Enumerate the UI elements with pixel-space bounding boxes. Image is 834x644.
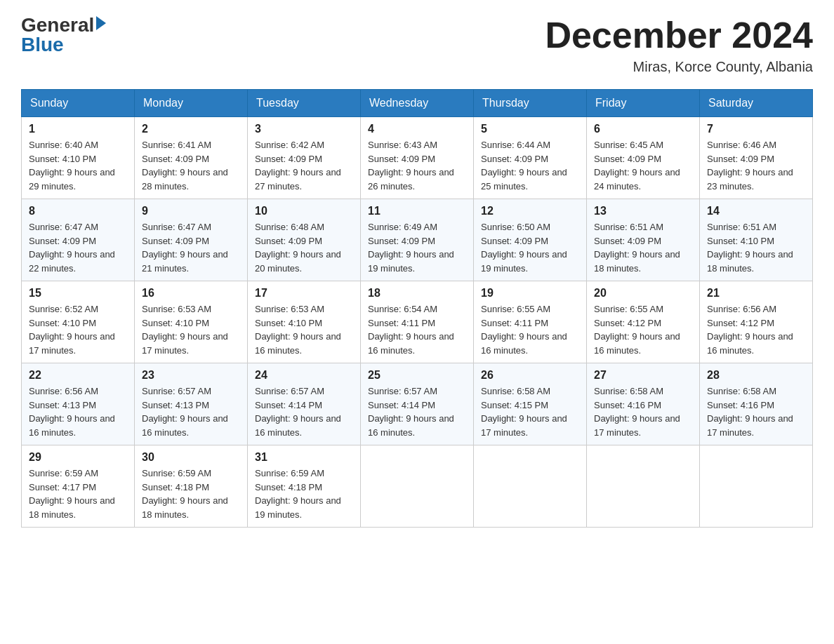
day-number: 31 (255, 451, 353, 464)
day-info: Sunrise: 6:42 AMSunset: 4:09 PMDaylight:… (255, 138, 353, 193)
day-info: Sunrise: 6:53 AMSunset: 4:10 PMDaylight:… (142, 302, 240, 357)
day-number: 24 (255, 369, 353, 382)
table-row: 12Sunrise: 6:50 AMSunset: 4:09 PMDayligh… (474, 199, 587, 281)
page-header: General Blue December 2024 Miras, Korce … (21, 14, 813, 75)
day-info: Sunrise: 6:44 AMSunset: 4:09 PMDaylight:… (481, 138, 579, 193)
table-row: 7Sunrise: 6:46 AMSunset: 4:09 PMDaylight… (700, 117, 813, 199)
table-row: 19Sunrise: 6:55 AMSunset: 4:11 PMDayligh… (474, 281, 587, 363)
col-header-sunday: Sunday (22, 90, 135, 117)
calendar-week-4: 22Sunrise: 6:56 AMSunset: 4:13 PMDayligh… (22, 363, 813, 445)
table-row: 13Sunrise: 6:51 AMSunset: 4:09 PMDayligh… (587, 199, 700, 281)
table-row: 25Sunrise: 6:57 AMSunset: 4:14 PMDayligh… (361, 363, 474, 445)
table-row: 3Sunrise: 6:42 AMSunset: 4:09 PMDaylight… (248, 117, 361, 199)
calendar-week-2: 8Sunrise: 6:47 AMSunset: 4:09 PMDaylight… (22, 199, 813, 281)
table-row: 5Sunrise: 6:44 AMSunset: 4:09 PMDaylight… (474, 117, 587, 199)
table-row: 8Sunrise: 6:47 AMSunset: 4:09 PMDaylight… (22, 199, 135, 281)
day-number: 22 (29, 369, 127, 382)
day-info: Sunrise: 6:50 AMSunset: 4:09 PMDaylight:… (481, 220, 579, 275)
day-info: Sunrise: 6:48 AMSunset: 4:09 PMDaylight:… (255, 220, 353, 275)
month-title: December 2024 (545, 14, 813, 56)
table-row (474, 445, 587, 528)
day-info: Sunrise: 6:55 AMSunset: 4:12 PMDaylight:… (594, 302, 692, 357)
col-header-saturday: Saturday (700, 90, 813, 117)
table-row: 24Sunrise: 6:57 AMSunset: 4:14 PMDayligh… (248, 363, 361, 445)
day-number: 28 (707, 369, 805, 382)
day-info: Sunrise: 6:57 AMSunset: 4:14 PMDaylight:… (368, 384, 466, 439)
table-row: 23Sunrise: 6:57 AMSunset: 4:13 PMDayligh… (135, 363, 248, 445)
day-number: 12 (481, 205, 579, 217)
day-number: 2 (142, 123, 240, 135)
col-header-friday: Friday (587, 90, 700, 117)
logo: General Blue (21, 14, 106, 56)
day-info: Sunrise: 6:58 AMSunset: 4:16 PMDaylight:… (594, 384, 692, 439)
table-row: 30Sunrise: 6:59 AMSunset: 4:18 PMDayligh… (135, 445, 248, 528)
day-number: 15 (29, 287, 127, 300)
calendar-table: Sunday Monday Tuesday Wednesday Thursday… (21, 89, 813, 528)
day-number: 9 (142, 205, 240, 217)
title-section: December 2024 Miras, Korce County, Alban… (545, 14, 813, 75)
day-number: 6 (594, 123, 692, 135)
day-number: 4 (368, 123, 466, 135)
day-info: Sunrise: 6:41 AMSunset: 4:09 PMDaylight:… (142, 138, 240, 193)
table-row: 28Sunrise: 6:58 AMSunset: 4:16 PMDayligh… (700, 363, 813, 445)
logo-blue-text: Blue (21, 34, 106, 56)
table-row: 10Sunrise: 6:48 AMSunset: 4:09 PMDayligh… (248, 199, 361, 281)
table-row (361, 445, 474, 528)
logo-triangle-icon (96, 16, 106, 30)
day-number: 13 (594, 205, 692, 217)
day-number: 11 (368, 205, 466, 217)
day-info: Sunrise: 6:54 AMSunset: 4:11 PMDaylight:… (368, 302, 466, 357)
col-header-tuesday: Tuesday (248, 90, 361, 117)
table-row: 14Sunrise: 6:51 AMSunset: 4:10 PMDayligh… (700, 199, 813, 281)
day-number: 25 (368, 369, 466, 382)
day-info: Sunrise: 6:56 AMSunset: 4:12 PMDaylight:… (707, 302, 805, 357)
day-number: 5 (481, 123, 579, 135)
table-row: 4Sunrise: 6:43 AMSunset: 4:09 PMDaylight… (361, 117, 474, 199)
table-row: 2Sunrise: 6:41 AMSunset: 4:09 PMDaylight… (135, 117, 248, 199)
day-info: Sunrise: 6:49 AMSunset: 4:09 PMDaylight:… (368, 220, 466, 275)
day-number: 3 (255, 123, 353, 135)
table-row: 16Sunrise: 6:53 AMSunset: 4:10 PMDayligh… (135, 281, 248, 363)
calendar-header-row: Sunday Monday Tuesday Wednesday Thursday… (22, 90, 813, 117)
day-info: Sunrise: 6:58 AMSunset: 4:16 PMDaylight:… (707, 384, 805, 439)
table-row: 29Sunrise: 6:59 AMSunset: 4:17 PMDayligh… (22, 445, 135, 528)
day-info: Sunrise: 6:51 AMSunset: 4:09 PMDaylight:… (594, 220, 692, 275)
day-number: 17 (255, 287, 353, 300)
table-row: 31Sunrise: 6:59 AMSunset: 4:18 PMDayligh… (248, 445, 361, 528)
day-info: Sunrise: 6:59 AMSunset: 4:18 PMDaylight:… (255, 467, 353, 521)
table-row: 20Sunrise: 6:55 AMSunset: 4:12 PMDayligh… (587, 281, 700, 363)
table-row: 6Sunrise: 6:45 AMSunset: 4:09 PMDaylight… (587, 117, 700, 199)
day-number: 1 (29, 123, 127, 135)
table-row: 21Sunrise: 6:56 AMSunset: 4:12 PMDayligh… (700, 281, 813, 363)
day-info: Sunrise: 6:45 AMSunset: 4:09 PMDaylight:… (594, 138, 692, 193)
table-row: 15Sunrise: 6:52 AMSunset: 4:10 PMDayligh… (22, 281, 135, 363)
day-number: 29 (29, 451, 127, 464)
day-number: 16 (142, 287, 240, 300)
day-info: Sunrise: 6:56 AMSunset: 4:13 PMDaylight:… (29, 384, 127, 439)
day-number: 14 (707, 205, 805, 217)
day-info: Sunrise: 6:58 AMSunset: 4:15 PMDaylight:… (481, 384, 579, 439)
day-number: 7 (707, 123, 805, 135)
day-info: Sunrise: 6:51 AMSunset: 4:10 PMDaylight:… (707, 220, 805, 275)
day-info: Sunrise: 6:57 AMSunset: 4:14 PMDaylight:… (255, 384, 353, 439)
day-number: 26 (481, 369, 579, 382)
day-number: 20 (594, 287, 692, 300)
table-row: 11Sunrise: 6:49 AMSunset: 4:09 PMDayligh… (361, 199, 474, 281)
table-row: 18Sunrise: 6:54 AMSunset: 4:11 PMDayligh… (361, 281, 474, 363)
table-row (587, 445, 700, 528)
day-number: 30 (142, 451, 240, 464)
day-number: 19 (481, 287, 579, 300)
day-info: Sunrise: 6:43 AMSunset: 4:09 PMDaylight:… (368, 138, 466, 193)
calendar-week-3: 15Sunrise: 6:52 AMSunset: 4:10 PMDayligh… (22, 281, 813, 363)
day-info: Sunrise: 6:59 AMSunset: 4:17 PMDaylight:… (29, 467, 127, 521)
day-info: Sunrise: 6:46 AMSunset: 4:09 PMDaylight:… (707, 138, 805, 193)
location-subtitle: Miras, Korce County, Albania (545, 59, 813, 75)
table-row: 27Sunrise: 6:58 AMSunset: 4:16 PMDayligh… (587, 363, 700, 445)
col-header-wednesday: Wednesday (361, 90, 474, 117)
day-info: Sunrise: 6:57 AMSunset: 4:13 PMDaylight:… (142, 384, 240, 439)
day-number: 23 (142, 369, 240, 382)
day-info: Sunrise: 6:55 AMSunset: 4:11 PMDaylight:… (481, 302, 579, 357)
table-row: 26Sunrise: 6:58 AMSunset: 4:15 PMDayligh… (474, 363, 587, 445)
table-row (700, 445, 813, 528)
calendar-week-1: 1Sunrise: 6:40 AMSunset: 4:10 PMDaylight… (22, 117, 813, 199)
